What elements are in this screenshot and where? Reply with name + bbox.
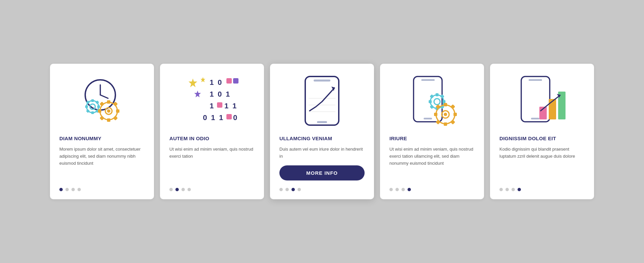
svg-rect-7 (97, 105, 100, 108)
card-4-title: IRIURE (389, 136, 407, 141)
svg-rect-6 (91, 111, 94, 114)
dot-active (408, 188, 411, 191)
svg-rect-8 (85, 105, 88, 108)
svg-rect-45 (317, 121, 327, 123)
dot (169, 188, 173, 191)
dot (285, 188, 289, 191)
svg-line-2 (100, 95, 108, 98)
card-2-dots (169, 188, 191, 191)
card-4-dots (389, 188, 411, 191)
card-3-dots (279, 188, 301, 191)
svg-rect-57 (442, 100, 445, 103)
card-2-text: Ut wisi enim ad minim veniam, quis nostr… (169, 146, 255, 180)
svg-rect-17 (116, 109, 119, 113)
svg-text:1: 1 (226, 90, 230, 98)
svg-rect-41 (226, 114, 232, 119)
dot-active (291, 188, 295, 191)
card-4-text: Ut wisi enim ad minim veniam, quis nostr… (389, 146, 475, 180)
svg-text:1: 1 (211, 113, 215, 122)
svg-rect-65 (444, 103, 447, 106)
svg-rect-69 (450, 104, 455, 109)
dot (505, 188, 509, 191)
svg-rect-30 (233, 78, 238, 84)
card-1-text: Morem ipsum dolor sit amet, consectetuer… (59, 146, 145, 180)
svg-text:1: 1 (232, 102, 236, 110)
svg-text:0: 0 (233, 113, 237, 122)
svg-rect-76 (531, 118, 539, 119)
card-3-text: Duis autem vel eum iriure dolor in hendr… (279, 146, 365, 160)
svg-point-73 (444, 113, 447, 116)
card-5-dots (499, 188, 521, 191)
svg-text:0: 0 (218, 90, 222, 98)
svg-rect-75 (529, 79, 542, 81)
card-1-title: DIAM NONUMMY (59, 136, 101, 141)
svg-rect-66 (444, 122, 447, 126)
svg-text:1: 1 (210, 78, 214, 87)
dot (395, 188, 399, 191)
svg-rect-71 (450, 120, 455, 124)
svg-rect-58 (429, 100, 432, 103)
svg-rect-44 (314, 80, 330, 82)
dot (389, 188, 393, 191)
dot (65, 188, 69, 191)
svg-rect-55 (436, 93, 439, 96)
card-2-title: AUTEM IN ODIO (169, 136, 209, 141)
card-iriure: IRIURE Ut wisi enim ad minim veniam, qui… (380, 64, 484, 199)
card-dignissim-doloe-eit: DIGNISSIM DOLOE EIT Kodio dignissim qui … (490, 64, 594, 199)
dot (77, 188, 81, 191)
svg-text:0: 0 (218, 78, 222, 87)
svg-rect-51 (421, 79, 435, 81)
svg-rect-68 (434, 113, 437, 116)
svg-rect-62 (430, 105, 434, 109)
card-5-text: Kodio dignissim qui blandit praesent lup… (499, 146, 585, 180)
cards-container: DIAM NONUMMY Morem ipsum dolor sit amet,… (30, 50, 614, 213)
dot (401, 188, 405, 191)
svg-rect-29 (226, 78, 232, 84)
card-ullamcing-veniam: ULLAMCING VENIAM Duis autem vel eum iriu… (270, 64, 374, 199)
more-info-button[interactable]: MORE INFO (279, 165, 365, 180)
card-1-dots (59, 188, 81, 191)
dot (499, 188, 503, 191)
card-autem-in-odio: 1 0 1 0 1 1 1 1 0 1 1 (160, 64, 264, 199)
card-5-title: DIGNISSIM DOLOE EIT (499, 136, 556, 141)
card-diam-nonummy: DIAM NONUMMY Morem ipsum dolor sit amet,… (50, 64, 154, 199)
card-5-icon (499, 74, 585, 127)
svg-marker-25 (201, 77, 205, 82)
svg-rect-21 (113, 116, 118, 120)
svg-marker-26 (194, 91, 201, 97)
dot (279, 188, 283, 191)
dot-active (175, 188, 179, 191)
svg-text:1: 1 (210, 90, 214, 98)
svg-point-23 (107, 109, 110, 113)
svg-text:1: 1 (210, 102, 214, 110)
dot (298, 188, 301, 191)
card-4-icon (389, 74, 475, 127)
svg-rect-60 (430, 94, 434, 99)
svg-rect-18 (98, 109, 101, 113)
svg-rect-59 (440, 94, 444, 99)
svg-rect-16 (107, 118, 110, 122)
svg-rect-35 (217, 102, 222, 108)
dot-active (59, 188, 63, 191)
svg-rect-22 (100, 116, 104, 120)
svg-rect-5 (91, 99, 94, 102)
svg-rect-78 (549, 99, 556, 119)
dot-active (518, 188, 521, 191)
card-1-icon (59, 74, 145, 127)
card-3-icon (279, 74, 365, 127)
svg-rect-20 (100, 102, 104, 106)
dot (512, 188, 515, 191)
svg-rect-72 (436, 120, 440, 124)
svg-rect-67 (453, 113, 457, 116)
svg-rect-15 (107, 100, 110, 104)
card-2-icon: 1 0 1 0 1 1 1 1 0 1 1 (169, 74, 255, 127)
svg-rect-52 (424, 118, 432, 119)
svg-text:1: 1 (219, 113, 223, 122)
card-3-title: ULLAMCING VENIAM (279, 136, 332, 141)
svg-text:1: 1 (224, 102, 228, 110)
svg-text:0: 0 (203, 113, 207, 122)
svg-marker-24 (189, 78, 197, 87)
dot (71, 188, 75, 191)
dot (181, 188, 185, 191)
svg-point-54 (434, 99, 440, 105)
